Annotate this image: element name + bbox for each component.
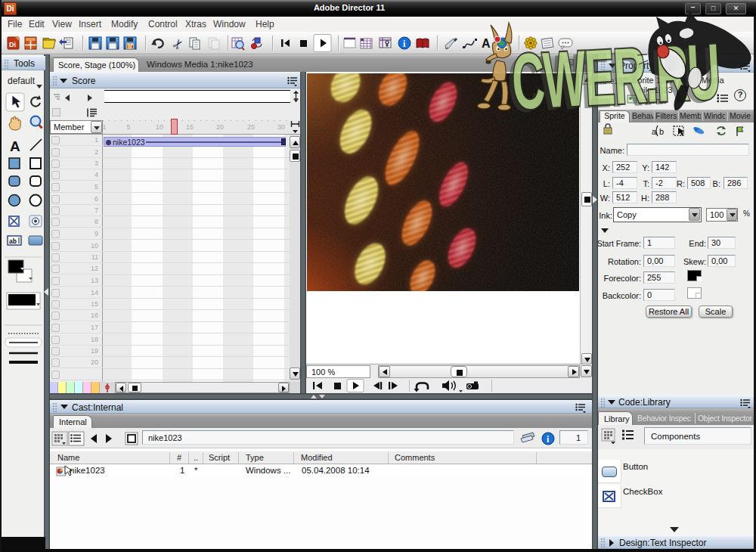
svg-text:A: A bbox=[10, 138, 20, 154]
svg-text:b: b bbox=[659, 127, 664, 136]
svg-text:✂: ✂ bbox=[169, 36, 187, 53]
svg-text:Di: Di bbox=[9, 41, 16, 48]
svg-text:A: A bbox=[482, 37, 491, 50]
svg-text:ab: ab bbox=[9, 237, 17, 245]
